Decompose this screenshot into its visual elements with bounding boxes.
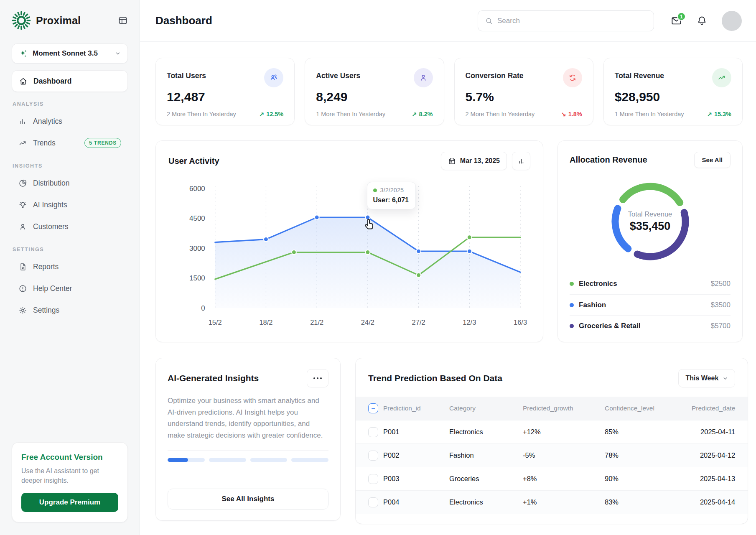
stat-label: Total Revenue	[615, 68, 664, 80]
legend-item: Electronics $2500	[570, 273, 731, 294]
ai-insights-body: Optimize your business with smart analyt…	[168, 395, 328, 441]
date-picker-button[interactable]: Mar 13, 2025	[441, 152, 507, 170]
insights-progress	[168, 458, 328, 462]
stat-note: 1 More Then In Yesterday	[316, 111, 385, 117]
row-checkbox[interactable]	[368, 497, 378, 507]
stat-delta: ↗15.3%	[707, 111, 731, 117]
stat-delta: ↗12.5%	[259, 111, 283, 117]
free-account-description: Use the AI assistant to get deeper insig…	[21, 466, 118, 485]
svg-text:3000: 3000	[189, 245, 205, 252]
table-row[interactable]: P001 Electronics +12% 85% 2025-04-11	[356, 420, 748, 443]
more-options-button[interactable]	[307, 369, 328, 387]
model-selector-label: Moment Sonnet 3.5	[33, 49, 110, 58]
stat-value: $28,950	[615, 90, 731, 104]
dots-icon	[313, 377, 315, 379]
svg-text:4500: 4500	[189, 214, 205, 222]
see-all-insights-button[interactable]: See All Insights	[168, 489, 328, 510]
pie-chart-icon	[18, 179, 27, 188]
sidebar-item-settings[interactable]: Settings	[12, 299, 128, 321]
stat-note: 1 More Then In Yesterday	[615, 111, 684, 117]
row-checkbox[interactable]	[368, 474, 378, 484]
see-all-button[interactable]: See All	[694, 152, 731, 168]
stat-value: 5.7%	[466, 90, 582, 104]
table-row[interactable]: P002 Fashion -5% 78% 2025-04-12	[356, 443, 748, 467]
arrow-down-right-icon: ↘	[561, 111, 566, 117]
search-box	[478, 10, 654, 31]
allocation-title: Allocation Revenue	[570, 155, 647, 165]
select-all-checkbox[interactable]: −	[368, 403, 378, 413]
chevron-down-icon	[723, 376, 728, 381]
gear-icon	[18, 306, 27, 315]
section-label-insights: INSIGHTS	[13, 163, 127, 169]
sidebar-item-trends[interactable]: Trends 5 TRENDS	[12, 132, 128, 154]
legend-dot	[570, 303, 574, 307]
svg-text:1500: 1500	[189, 274, 205, 282]
ai-insights-title: AI-Generated Insights	[168, 373, 259, 383]
arrow-up-right-icon: ↗	[707, 111, 712, 117]
trends-count-badge: 5 TRENDS	[84, 138, 121, 148]
chart-type-button[interactable]	[512, 152, 530, 170]
legend-item: Fashion $3500	[570, 294, 731, 315]
panel-toggle-icon[interactable]	[118, 15, 128, 25]
trend-prediction-card: Trend Prediction Based On Data This Week…	[355, 358, 748, 524]
svg-text:27/2: 27/2	[412, 318, 425, 326]
stat-card-total-revenue: Total Revenue $28,950 1 More Then In Yes…	[603, 58, 743, 125]
sidebar-item-analytics[interactable]: Analytics	[12, 110, 128, 132]
stat-label: Conversion Rate	[466, 68, 524, 80]
sidebar-item-label: Reports	[33, 262, 121, 271]
donut-center-value: $35,450	[630, 220, 671, 233]
progress-segment	[250, 458, 288, 462]
legend-dot	[570, 282, 574, 286]
sidebar-item-label: AI Insights	[33, 201, 121, 209]
sidebar-item-help-center[interactable]: Help Center	[12, 278, 128, 299]
sidebar-item-label: Customers	[33, 222, 121, 231]
mail-button[interactable]: 1	[671, 15, 682, 26]
sidebar-item-distribution[interactable]: Distribution	[12, 172, 128, 194]
table-row[interactable]: P004 Electronics +1% 83% 2025-04-14	[356, 490, 748, 514]
progress-segment	[209, 458, 246, 462]
free-account-card: Free Account Version Use the AI assistan…	[12, 442, 128, 522]
arrow-up-right-icon: ↗	[259, 111, 264, 117]
donut-center-label: Total Revenue	[628, 210, 672, 218]
upgrade-premium-button[interactable]: Upgrade Premium	[21, 493, 118, 512]
trending-up-icon	[712, 68, 731, 87]
sidebar: Proximal Moment Sonnet 3.5 Dashboard ANA…	[0, 0, 140, 535]
progress-segment	[291, 458, 328, 462]
stat-delta: ↘1.8%	[561, 111, 582, 117]
model-selector[interactable]: Moment Sonnet 3.5	[12, 43, 128, 64]
bell-icon	[696, 15, 708, 26]
chart-tooltip: 3/2/2025 User: 6,071	[367, 182, 416, 209]
row-checkbox[interactable]	[368, 427, 378, 437]
avatar[interactable]	[722, 11, 742, 31]
sidebar-item-customers[interactable]: Customers	[12, 216, 128, 237]
lightbulb-icon	[18, 201, 27, 209]
user-icon	[414, 68, 433, 87]
svg-text:0: 0	[201, 304, 205, 312]
time-range-selector[interactable]: This Week	[678, 369, 735, 387]
svg-text:15/2: 15/2	[209, 318, 222, 326]
sidebar-item-ai-insights[interactable]: AI Insights	[12, 194, 128, 216]
home-icon	[19, 77, 28, 86]
notifications-button[interactable]	[696, 15, 708, 26]
minus-icon: −	[371, 405, 375, 412]
row-checkbox[interactable]	[368, 451, 378, 461]
stats-row: Total Users 12,487 2 More Then In Yester…	[155, 58, 743, 125]
sidebar-item-label: Settings	[33, 306, 121, 315]
help-circle-icon	[18, 284, 27, 293]
stat-value: 12,487	[167, 90, 283, 104]
search-icon	[485, 17, 493, 25]
column-header: Predicted_date	[692, 405, 748, 412]
sidebar-item-label: Dashboard	[33, 77, 121, 86]
column-header: Prediction_id	[383, 405, 449, 412]
refresh-icon	[563, 68, 582, 87]
tooltip-dot	[373, 189, 377, 192]
arrow-up-right-icon: ↗	[412, 111, 417, 117]
sidebar-item-label: Help Center	[33, 284, 121, 293]
sidebar-item-dashboard[interactable]: Dashboard	[12, 70, 128, 92]
legend-dot	[570, 324, 574, 328]
ai-insights-card: AI-Generated Insights Optimize your busi…	[155, 358, 341, 521]
sidebar-item-reports[interactable]: Reports	[12, 256, 128, 278]
search-input[interactable]	[497, 17, 647, 25]
allocation-donut-chart: Total Revenue $35,450	[604, 176, 696, 268]
table-row[interactable]: P003 Groceries +8% 90% 2025-04-13	[356, 467, 748, 490]
